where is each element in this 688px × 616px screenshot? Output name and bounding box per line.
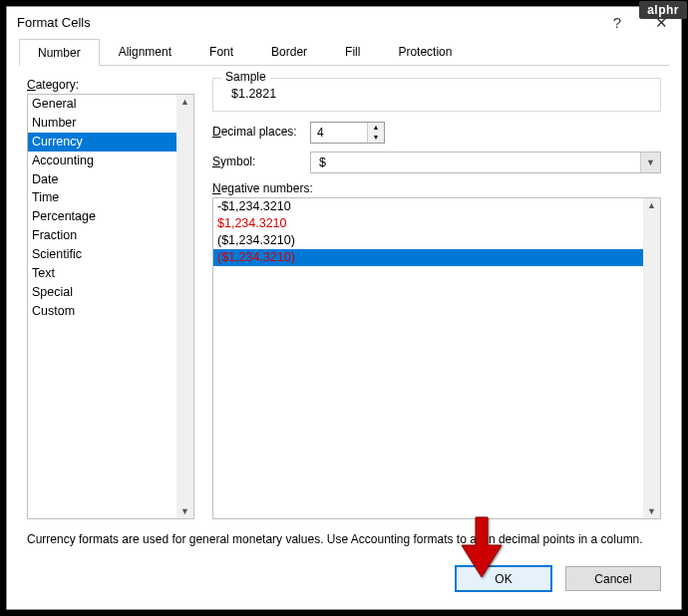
help-button[interactable]: ? xyxy=(607,15,627,30)
category-item-time[interactable]: Time xyxy=(28,188,176,207)
category-item-currency[interactable]: Currency xyxy=(28,133,176,152)
category-item-accounting[interactable]: Accounting xyxy=(28,152,176,170)
tab-alignment[interactable]: Alignment xyxy=(100,38,190,65)
spinner-up-icon[interactable]: ▲ xyxy=(368,123,384,133)
scroll-up-icon: ▲ xyxy=(647,200,656,210)
category-item-number[interactable]: Number xyxy=(28,114,176,133)
ok-button[interactable]: OK xyxy=(456,566,551,591)
tab-strip: Number Alignment Font Border Fill Protec… xyxy=(19,38,669,66)
category-item-fraction[interactable]: Fraction xyxy=(28,226,176,245)
cancel-button[interactable]: Cancel xyxy=(565,566,661,591)
format-cells-dialog: alphr Format Cells ? ✕ Number Alignment … xyxy=(6,6,682,610)
category-listbox[interactable]: General Number Currency Accounting Date … xyxy=(27,94,194,519)
symbol-select[interactable]: $ ▼ xyxy=(310,152,661,173)
category-item-text[interactable]: Text xyxy=(28,264,176,283)
hint-text: Currency formats are used for general mo… xyxy=(7,519,681,548)
category-item-scientific[interactable]: Scientific xyxy=(28,245,176,264)
negative-option-0[interactable]: -$1,234.3210 xyxy=(213,198,643,215)
decimal-label: Decimal places: xyxy=(212,125,310,139)
category-item-percentage[interactable]: Percentage xyxy=(28,207,176,226)
tab-border[interactable]: Border xyxy=(252,38,326,65)
category-scrollbar[interactable]: ▲ ▼ xyxy=(176,95,193,518)
scroll-down-icon: ▼ xyxy=(180,506,189,516)
symbol-label: Symbol: xyxy=(212,154,310,168)
negative-option-2[interactable]: ($1,234.3210) xyxy=(213,232,643,249)
decimal-spinner[interactable]: ▲ ▼ xyxy=(310,122,385,144)
category-item-custom[interactable]: Custom xyxy=(28,302,176,321)
tab-number[interactable]: Number xyxy=(19,39,100,66)
sample-label: Sample xyxy=(221,70,270,84)
negative-option-1[interactable]: $1,234.3210 xyxy=(213,215,643,232)
scroll-up-icon: ▲ xyxy=(180,97,189,107)
scroll-down-icon: ▼ xyxy=(647,506,656,516)
dialog-title: Format Cells xyxy=(17,15,607,30)
sample-group: Sample $1.2821 xyxy=(212,78,661,112)
category-item-special[interactable]: Special xyxy=(28,283,176,302)
dropdown-icon[interactable]: ▼ xyxy=(640,153,660,172)
tab-fill[interactable]: Fill xyxy=(326,38,379,65)
watermark-badge: alphr xyxy=(639,1,687,19)
category-label: Category: xyxy=(27,78,194,92)
decimal-input[interactable] xyxy=(311,123,367,143)
negative-label: Negative numbers: xyxy=(212,181,661,195)
titlebar: Format Cells ? ✕ xyxy=(7,7,681,38)
category-item-general[interactable]: General xyxy=(28,95,176,114)
spinner-down-icon[interactable]: ▼ xyxy=(368,133,384,143)
tab-protection[interactable]: Protection xyxy=(379,38,471,65)
negative-scrollbar[interactable]: ▲ ▼ xyxy=(643,198,660,518)
sample-value: $1.2821 xyxy=(225,87,648,101)
tab-font[interactable]: Font xyxy=(190,38,252,65)
symbol-value: $ xyxy=(311,155,640,169)
category-item-date[interactable]: Date xyxy=(28,170,176,189)
negative-option-3[interactable]: ($1,234.3210) xyxy=(213,249,643,266)
negative-listbox[interactable]: -$1,234.3210 $1,234.3210 ($1,234.3210) (… xyxy=(212,197,661,519)
